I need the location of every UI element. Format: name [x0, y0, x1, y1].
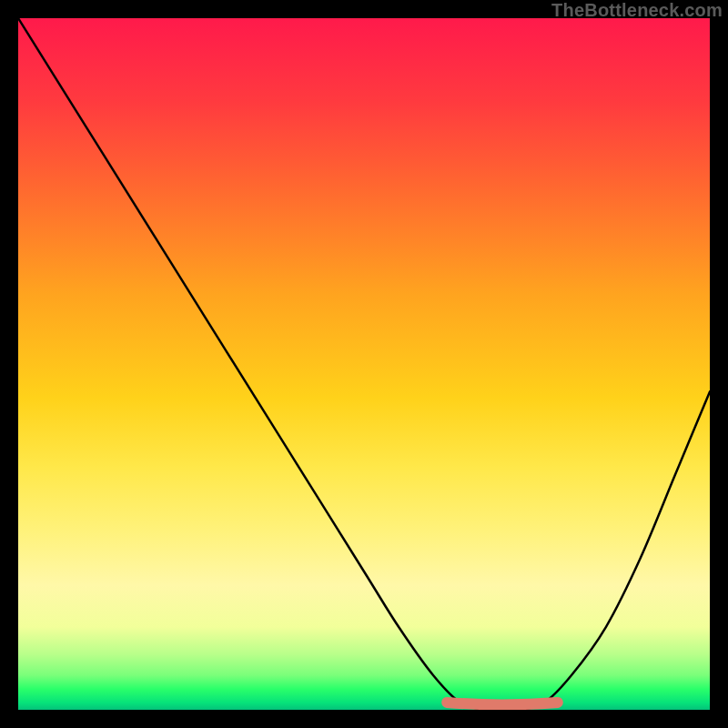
- bottleneck-curve: [18, 18, 710, 710]
- plot-area: [18, 18, 710, 710]
- chart-svg: [18, 18, 710, 710]
- optimal-range-marker: [447, 703, 558, 705]
- chart-stage: TheBottleneck.com: [0, 0, 728, 728]
